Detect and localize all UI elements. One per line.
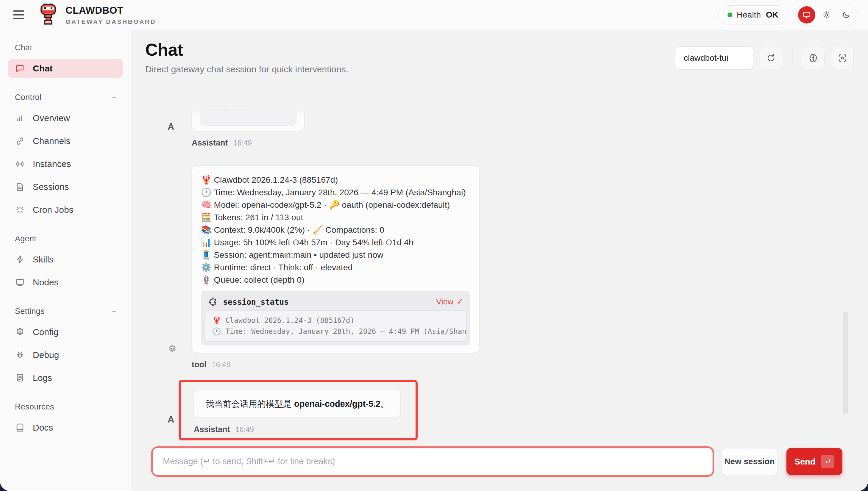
sidebar-item-overview[interactable]: Overview [8,109,123,128]
brain-icon [808,53,818,63]
sidebar-item-label: Docs [33,423,53,433]
message-tool-status: 🦞 Clawdbot 2026.1.24-3 (885167d) 🕐 Time:… [167,166,868,369]
section-label: Chat [15,43,32,52]
highlighted-message-frame: 我当前会话用的模型是 openai-codex/gpt-5.2。 Assista… [179,380,417,440]
message-meta: Assistant 16:49 [192,138,305,148]
check-icon: ✓ [456,297,463,307]
message-role: Assistant [192,138,228,148]
sidebar-item-label: Overview [33,113,70,123]
section-collapse-button[interactable]: − [111,44,116,52]
sidebar-item-config[interactable]: Config [8,323,123,342]
view-label: View [436,297,453,307]
puzzle-icon [208,297,218,307]
sidebar-item-label: Instances [33,159,71,169]
status-line: 🧠 Model: openai-codex/gpt-5.2 · 🔑 oauth … [201,199,470,211]
refresh-button[interactable] [760,47,782,69]
chat-bubble-icon [15,63,25,74]
status-line: 🕐 Time: Wednesday, January 28th, 2026 — … [201,186,470,199]
gear-icon [15,327,25,337]
bar-chart-icon [15,113,25,123]
chat-message-list[interactable]: A Completed Assistant 16:49 [131,108,868,440]
send-button[interactable]: Send [786,448,842,475]
section-label: Control [15,93,41,102]
status-line: 🪢 Queue: collect (depth 0) [201,273,470,286]
message-meta: Assistant 16:49 [194,425,401,434]
message-time: 16:49 [233,139,252,147]
theme-system-button[interactable] [798,6,815,24]
app-title: CLAWDBOT [65,5,156,16]
sidebar-section-resources: Resources Docs [8,402,123,437]
sidebar-item-sessions[interactable]: Sessions [8,177,123,196]
tool-call-block: session_status View ✓ 🦞 Clawdbot 2026.1.… [201,291,470,345]
message-card: 🦞 Clawdbot 2026.1.24-3 (885167d) 🕐 Time:… [192,166,480,353]
sidebar-section-control: Control − Overview Channels [8,93,123,219]
message-time: 16:49 [235,425,254,434]
sidebar-item-docs[interactable]: Docs [8,418,123,437]
section-collapse-button[interactable]: − [111,93,116,102]
section-label: Settings [15,307,45,316]
message-meta: tool 16:49 [192,360,480,369]
send-button-label: Send [794,457,816,467]
monitor-icon [802,10,811,19]
sidebar-item-chat[interactable]: Chat [8,59,123,78]
book-icon [15,423,25,433]
assistant-avatar: A [168,121,174,132]
session-name-input[interactable] [675,47,753,69]
message-role: tool [192,360,206,369]
monitor-icon [15,277,25,287]
link-icon [15,136,25,146]
sidebar-item-label: Chat [33,63,53,74]
sidebar-section-agent: Agent − Skills Nodes [8,234,123,292]
menu-toggle-button[interactable] [13,7,29,23]
tool-view-link[interactable]: View ✓ [436,297,463,307]
sidebar-item-debug[interactable]: Debug [8,345,123,365]
chat-scrollbar-thumb[interactable] [843,312,848,414]
message-assistant-answer: A 我当前会话用的模型是 openai-codex/gpt-5.2。 [167,380,868,440]
scan-focus-icon [837,53,847,63]
sidebar-item-cron-jobs[interactable]: Cron Jobs [8,200,123,219]
tool-call-name: session_status [223,297,289,307]
scroll-icon [15,373,25,383]
refresh-icon [766,53,776,63]
page-description: Direct gateway chat session for quick in… [145,64,348,75]
message-text: 我当前会话用的模型是 openai-codex/gpt-5.2。 [205,398,389,410]
tool-result-preview: Completed [200,108,296,125]
health-label: Health [737,10,761,20]
message-text-prefix: 我当前会话用的模型是 [205,399,294,409]
app-window: CLAWDBOT GATEWAY DASHBOARD Health OK [0,0,868,491]
health-status-badge: Health OK [718,5,788,24]
sidebar: Chat − Chat Control − [0,30,131,491]
message-time: 16:49 [212,360,230,369]
page-title: Chat [145,39,348,59]
sidebar-item-instances[interactable]: Instances [8,154,123,173]
theme-light-button[interactable] [818,6,835,24]
message-composer: New session Send [153,448,842,475]
toolbar-divider [792,50,792,66]
sidebar-section-chat: Chat − Chat [8,43,123,78]
return-key-icon [821,455,834,468]
app-subtitle: GATEWAY DASHBOARD [65,18,156,25]
section-label: Resources [15,402,54,411]
message-text-suffix: 。 [380,399,389,409]
document-icon [15,182,25,192]
sidebar-item-logs[interactable]: Logs [8,368,123,387]
moon-icon [841,10,850,19]
message-input[interactable] [153,448,713,475]
section-collapse-button[interactable]: − [111,308,116,316]
tool-result-output: 🦞 Clawdbot 2026.1.24-3 (885167d) 🕐 Time:… [204,310,467,342]
sidebar-item-channels[interactable]: Channels [8,132,123,151]
tool-result-line: 🦞 Clawdbot 2026.1.24-3 (885167d) [212,315,459,326]
focus-mode-button[interactable] [831,47,854,69]
status-line: 🧵 Session: agent:main:main • updated jus… [201,249,470,261]
thinking-mode-button[interactable] [802,47,824,69]
message-role: Assistant [194,425,230,434]
sidebar-item-nodes[interactable]: Nodes [8,273,123,292]
theme-dark-button[interactable] [837,6,855,24]
health-value: OK [766,10,778,20]
sidebar-item-label: Nodes [33,277,59,287]
new-session-button[interactable]: New session [721,448,778,475]
sidebar-item-skills[interactable]: Skills [8,250,123,269]
section-collapse-button[interactable]: − [111,235,116,243]
chat-toolbar [675,47,854,69]
sidebar-item-label: Logs [33,373,52,383]
